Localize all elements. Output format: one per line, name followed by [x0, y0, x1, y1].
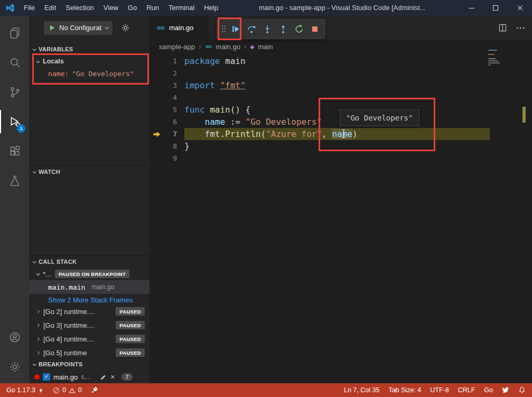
run-and-debug-icon[interactable]: 1	[0, 108, 29, 135]
status-bar-right: Ln 7, Col 35 Tab Size: 4 UTF-8 CRLF Go	[344, 386, 526, 394]
code-text[interactable]: package main	[184, 56, 246, 66]
step-out-button[interactable]	[275, 21, 291, 38]
remove-breakpoint-icon[interactable]: ×	[110, 373, 115, 381]
breakpoints-section-header[interactable]: BREAKPOINTS	[29, 358, 150, 370]
explorer-icon[interactable]	[0, 19, 29, 47]
breadcrumb-item-folder[interactable]: sample-app	[159, 43, 195, 51]
thread-label: [Go 3] runtime....	[43, 321, 95, 329]
drag-handle[interactable]	[221, 24, 226, 34]
menu-go[interactable]: Go	[123, 0, 142, 16]
debug-config-dropdown[interactable]: No Configurat	[44, 21, 113, 35]
variable-row[interactable]: name: "Go Developers"	[48, 68, 134, 79]
glyph-margin[interactable]	[150, 91, 164, 104]
glyph-margin[interactable]	[150, 104, 164, 116]
callstack-thread-row[interactable]: [Go 2] runtime....PAUSED	[29, 304, 150, 318]
maximize-button[interactable]	[483, 0, 508, 16]
settings-gear-icon[interactable]	[0, 354, 29, 380]
more-actions-icon[interactable]: ···	[516, 23, 526, 32]
breadcrumb-item-symbol[interactable]: main	[258, 43, 273, 51]
titlebar: FileEditSelectionViewGoRunTerminalHelp m…	[0, 0, 532, 16]
tab-main-go[interactable]: GO main.go	[150, 16, 209, 40]
continue-button[interactable]	[228, 21, 244, 38]
stop-button[interactable]	[307, 21, 322, 38]
language-item[interactable]: Go	[484, 386, 493, 394]
extensions-icon[interactable]	[0, 137, 29, 165]
breakpoint-detail: s...	[81, 373, 89, 381]
callstack-frame-row[interactable]: main.main main.go	[29, 280, 150, 294]
step-into-button[interactable]	[260, 21, 275, 38]
callstack-section-header[interactable]: CALL STACK	[29, 256, 150, 267]
breakpoint-row[interactable]: ✓ main.go s... × 7	[29, 371, 150, 383]
search-icon[interactable]	[0, 49, 29, 76]
go-version-item[interactable]: Go 1.17.3	[6, 386, 44, 394]
callstack-thread-row[interactable]: [Go 3] runtime....PAUSED	[29, 318, 150, 332]
minimap-line	[488, 60, 498, 61]
locals-scope-row[interactable]: Locals	[36, 56, 64, 67]
code-text[interactable]: fmt.Println("Azure for", name)	[184, 129, 358, 139]
restart-button[interactable]	[291, 21, 306, 38]
code-token: func	[184, 105, 205, 115]
menu-help[interactable]: Help	[199, 0, 223, 16]
code-text[interactable]: func main() {	[184, 105, 250, 115]
watch-section-header[interactable]: WATCH	[29, 166, 150, 178]
start-debugging-icon[interactable]	[49, 24, 55, 31]
menu-run[interactable]: Run	[142, 0, 164, 16]
breakpoint-checkbox[interactable]: ✓	[43, 373, 50, 381]
code-line-3[interactable]: 3import "fmt"	[150, 79, 532, 91]
callstack-thread-row[interactable]: [Go 4] runtime....PAUSED	[29, 332, 150, 346]
notifications-item[interactable]	[518, 386, 526, 394]
callstack-paused-thread-row[interactable]: *... PAUSED ON BREAKPOINT	[29, 267, 150, 280]
variables-section-header[interactable]: VARIABLES	[29, 43, 150, 55]
window-controls	[459, 0, 532, 16]
glyph-margin[interactable]	[150, 116, 164, 128]
accounts-icon[interactable]	[0, 324, 29, 350]
glyph-margin[interactable]	[150, 79, 164, 91]
testing-icon[interactable]	[0, 167, 29, 195]
source-control-icon[interactable]	[0, 78, 29, 106]
code-line-8[interactable]: 8}	[150, 140, 532, 152]
code-text[interactable]: }	[184, 141, 190, 151]
code-line-9[interactable]: 9	[150, 152, 532, 164]
glyph-margin[interactable]	[150, 67, 164, 79]
code-line-4[interactable]: 4	[150, 91, 532, 104]
debug-current-line-arrow-icon[interactable]	[150, 128, 164, 140]
glyph-margin[interactable]	[150, 140, 164, 152]
split-editor-icon[interactable]	[499, 24, 507, 32]
glyph-margin[interactable]	[150, 55, 164, 67]
breadcrumb-item-file[interactable]: main.go	[216, 43, 240, 51]
menu-view[interactable]: View	[99, 0, 123, 16]
debug-sidebar: No Configurat VARIABLES Locals name: "Go…	[29, 16, 150, 383]
step-over-button[interactable]	[244, 21, 259, 38]
frame-file: main.go	[91, 283, 114, 291]
minimize-icon	[469, 8, 474, 8]
menu-edit[interactable]: Edit	[40, 0, 61, 16]
show-more-frames-link[interactable]: Show 2 More Stack Frames	[48, 294, 133, 306]
menu-file[interactable]: File	[19, 0, 40, 16]
callstack-thread-row[interactable]: [Go 5] runtimePAUSED	[29, 346, 150, 359]
minimap-line	[488, 64, 491, 66]
tab-label: main.go	[169, 24, 193, 32]
launch-item[interactable]	[91, 386, 98, 394]
minimize-button[interactable]	[459, 0, 483, 16]
encoding-item[interactable]: UTF-8	[430, 386, 449, 394]
feedback-item[interactable]	[502, 386, 509, 394]
svg-text:GO: GO	[206, 44, 212, 49]
eol-item[interactable]: CRLF	[458, 386, 475, 394]
glyph-margin[interactable]	[150, 152, 164, 164]
code-text[interactable]: import "fmt"	[184, 80, 246, 90]
menu-terminal[interactable]: Terminal	[164, 0, 199, 16]
errors-icon	[53, 387, 60, 394]
close-button[interactable]	[508, 0, 532, 16]
problems-item[interactable]: 0 0	[53, 386, 82, 394]
code-line-2[interactable]: 2	[150, 67, 532, 79]
tab-size-item[interactable]: Tab Size: 4	[388, 386, 421, 394]
minimap[interactable]	[488, 50, 503, 67]
cursor-position-item[interactable]: Ln 7, Col 35	[344, 386, 379, 394]
edit-breakpoint-icon[interactable]	[100, 374, 107, 381]
code-text[interactable]: name := "Go Developers"	[184, 117, 322, 127]
menu-selection[interactable]: Selection	[61, 0, 98, 16]
code-line-7[interactable]: 7 fmt.Println("Azure for", name)	[150, 128, 532, 140]
code-line-1[interactable]: 1package main	[150, 55, 532, 67]
chevron-down-icon	[105, 25, 109, 29]
gear-icon[interactable]	[121, 23, 130, 32]
